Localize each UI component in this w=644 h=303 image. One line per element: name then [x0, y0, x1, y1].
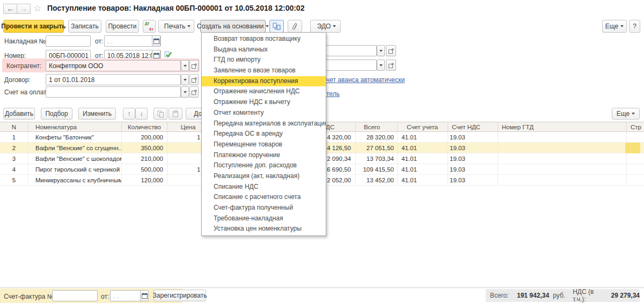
dropdown-caret-icon [187, 25, 191, 27]
open-link-icon [192, 90, 197, 95]
open-link-icon [192, 77, 197, 83]
app-window: ← → ☆ Поступление товаров: Накладная 00Б… [0, 0, 644, 303]
col-header-account: Счет учета [398, 122, 448, 132]
back-button[interactable]: ← [3, 4, 17, 14]
contract-label: Договор: [4, 76, 31, 84]
currency-label: руб. [553, 292, 565, 299]
right-field1-select-button[interactable] [377, 45, 385, 56]
forward-arrow-icon: → [20, 5, 27, 13]
contract-select-button[interactable] [181, 74, 189, 85]
menu-item[interactable]: Списание с расчетного счета [202, 192, 326, 203]
dropdown-caret-icon [379, 64, 383, 66]
menu-item[interactable]: Платежное поручение [202, 150, 326, 161]
dropdown-caret-icon [379, 50, 383, 52]
menu-item[interactable]: Передача ОС в аренду [202, 129, 326, 139]
copy-icon [157, 110, 164, 117]
arrow-down-icon: ↓ [140, 110, 143, 117]
menu-item[interactable]: Передача материалов в эксплуатацию [202, 119, 326, 129]
menu-item[interactable]: Установка цен номенклатуры [202, 224, 326, 234]
print-button[interactable]: Печать [158, 20, 194, 33]
dropdown-caret-icon [266, 25, 269, 27]
open-link-icon [389, 48, 394, 54]
footer-separator [0, 287, 644, 288]
total-label: Всего: [490, 292, 509, 299]
dropdown-caret-icon [620, 25, 624, 27]
paste-rows-button[interactable] [169, 108, 182, 120]
consignee-link-fragment[interactable]: тель [326, 90, 340, 98]
col-header-total: Всего [356, 122, 398, 132]
menu-item[interactable]: Отчет комитенту [202, 108, 326, 119]
right-field2-select-button[interactable] [377, 60, 385, 71]
paperclip-icon [292, 23, 298, 30]
page-title: Поступление товаров: Накладная 00БП-0000… [47, 4, 304, 12]
open-link-icon [389, 63, 394, 68]
create-based-on-menu: Возврат товаров поставщику Выдача наличн… [201, 32, 326, 236]
vat-total-value: 29 279,34 [608, 292, 640, 299]
advance-offset-link-fragment[interactable]: чет аванса автоматически [326, 76, 405, 84]
barcode-icon [191, 110, 192, 117]
create-based-on-button[interactable]: Создать на основании [200, 20, 266, 33]
show-postings-button[interactable]: Дт Кт [143, 20, 156, 33]
col-header-country: Стр [627, 122, 644, 132]
move-up-button[interactable]: ↑ [123, 108, 135, 120]
invoice-register-number-input[interactable] [52, 290, 98, 301]
payment-invoice-select-button[interactable] [181, 86, 189, 98]
payment-invoice-input[interactable] [46, 86, 181, 98]
col-header-quantity: Количество [122, 122, 167, 132]
menu-item[interactable]: ГТД по импорту [202, 55, 326, 65]
menu-item[interactable]: Перемещение товаров [202, 139, 326, 150]
menu-item[interactable]: Отражение начисления НДС [202, 86, 326, 97]
more-button-items[interactable]: Еще [612, 108, 640, 120]
right-field2-open-button[interactable] [386, 60, 396, 71]
forward-button[interactable]: → [17, 4, 31, 14]
document-structure-icon [273, 23, 281, 30]
col-header-vat-account: Счет НДС [448, 122, 498, 132]
payment-invoice-label: Счет на оплату: [4, 88, 52, 96]
counterparty-input[interactable]: Конфетпром ООО [46, 60, 181, 71]
more-button-top[interactable]: Еще [602, 20, 627, 33]
edo-button[interactable]: ЭДО [310, 20, 341, 33]
menu-item[interactable]: Возврат товаров поставщику [202, 34, 326, 45]
invoice-date-calendar-button[interactable] [152, 35, 160, 47]
help-button[interactable]: ? [629, 20, 640, 33]
payment-invoice-open-button[interactable] [189, 86, 199, 98]
invoice-register-from-label: от: [101, 293, 109, 300]
counterparty-label: Контрагент: [6, 62, 41, 70]
menu-item[interactable]: Списание НДС [202, 182, 326, 193]
change-button[interactable]: Изменить [78, 108, 116, 120]
dropdown-caret-icon [333, 25, 336, 27]
vat-total-label: НДС (в т.ч.): [573, 288, 608, 303]
related-documents-button[interactable] [269, 20, 284, 33]
menu-item[interactable]: Заявление о ввозе товаров [202, 65, 326, 76]
move-down-button[interactable]: ↓ [135, 108, 148, 120]
post-and-close-button[interactable]: Провести и закрыть [3, 20, 64, 33]
menu-item[interactable]: Поступление доп. расходов [202, 160, 326, 171]
favorite-star-icon[interactable]: ☆ [33, 3, 41, 14]
contract-open-button[interactable] [189, 74, 199, 85]
calendar-icon [153, 53, 159, 58]
edo-state-check-icon[interactable] [164, 51, 172, 58]
contract-input[interactable]: 1 от 01.01.2018 [46, 74, 181, 85]
menu-item[interactable]: Выдача наличных [202, 45, 326, 55]
post-button[interactable]: Провести [106, 20, 139, 33]
invoice-no-input[interactable] [46, 35, 91, 47]
menu-item[interactable]: Отражение НДС к вычету [202, 97, 326, 108]
menu-item-highlighted[interactable]: Корректировка поступления [202, 76, 326, 87]
save-button[interactable]: Записать [68, 20, 101, 33]
menu-item[interactable]: Счет-фактура полученный [202, 203, 326, 213]
invoice-register-calendar-button[interactable] [140, 290, 149, 301]
calendar-icon [153, 38, 159, 44]
col-header-n: N [0, 122, 28, 132]
counterparty-select-button[interactable] [181, 60, 189, 71]
focused-cell[interactable] [625, 143, 640, 153]
right-field1-open-button[interactable] [386, 45, 396, 56]
register-invoice-button[interactable]: Зарегистрировать [153, 290, 206, 301]
add-row-button[interactable]: Добавить [3, 108, 35, 120]
copy-rows-button[interactable] [153, 108, 167, 120]
counterparty-open-button[interactable] [189, 60, 199, 71]
menu-item[interactable]: Требование-накладная [202, 213, 326, 224]
menu-item[interactable]: Реализация (акт, накладная) [202, 171, 326, 182]
pick-button[interactable]: Подбор [41, 108, 72, 120]
attachments-button[interactable] [288, 20, 302, 33]
col-header-gtd: Номер ГТД [498, 122, 627, 132]
